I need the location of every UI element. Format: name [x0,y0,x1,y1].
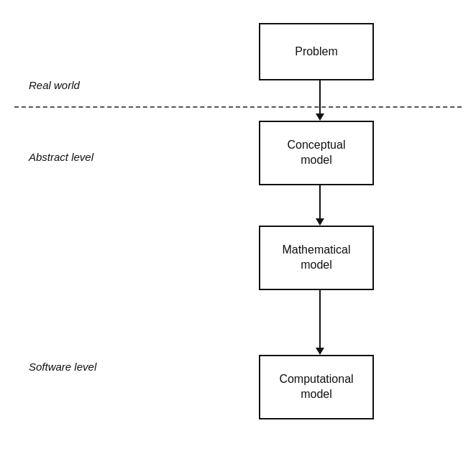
abstract-level-label: Abstract level [29,151,93,163]
dashed-separator [14,106,462,108]
arrow-problem-to-conceptual [316,80,324,121]
real-world-label: Real world [29,79,80,91]
problem-box: Problem [259,23,374,80]
conceptual-model-text: Conceptualmodel [288,138,346,168]
software-level-label: Software level [29,361,96,373]
computational-model-text: Computationalmodel [279,372,353,402]
arrow-conceptual-to-mathematical [316,185,324,226]
arrow-mathematical-to-computational [316,290,324,355]
computational-model-box: Computationalmodel [259,355,374,419]
mathematical-model-text: Mathematicalmodel [282,243,350,273]
conceptual-model-box: Conceptualmodel [259,121,374,185]
mathematical-model-box: Mathematicalmodel [259,226,374,290]
diagram-container: Real world Abstract level Software level… [0,0,476,464]
